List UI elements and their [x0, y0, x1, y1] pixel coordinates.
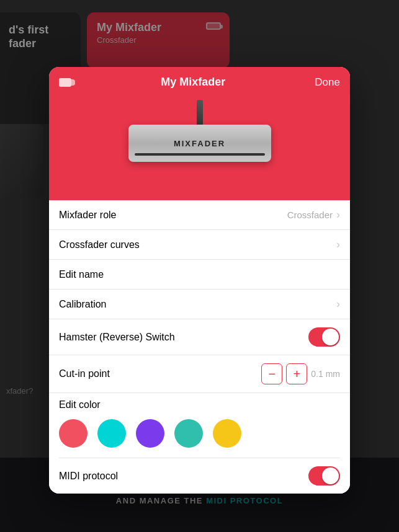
modal-body: Mixfader role Crossfader › Crossfader cu… [49, 200, 350, 494]
antenna [197, 100, 203, 126]
mixfader-role-row[interactable]: Mixfader role Crossfader › [49, 200, 350, 230]
color-dot-yellow[interactable] [213, 419, 241, 448]
calibration-chevron: › [336, 298, 340, 311]
cut-in-increment-button[interactable]: + [286, 363, 307, 384]
crossfader-curves-right: › [336, 238, 340, 251]
fader-label: MIXFADER [174, 139, 225, 148]
mixfader-role-label: Mixfader role [59, 210, 116, 221]
hamster-switch-label: Hamster (Reverse) Switch [59, 332, 175, 343]
cut-in-controls: − + 0.1 mm [261, 363, 340, 384]
calibration-right: › [336, 298, 340, 311]
color-dot-cyan[interactable] [97, 419, 126, 448]
edit-name-label: Edit name [59, 269, 104, 280]
cut-in-point-label: Cut-in point [59, 368, 110, 379]
fader-bar [135, 153, 265, 156]
hamster-switch-row: Hamster (Reverse) Switch [49, 319, 350, 355]
device-illustration: MIXFADER [49, 94, 350, 162]
mixfader-role-right: Crossfader › [287, 208, 340, 221]
modal-dialog: My Mixfader Done MIXFADER Mixfader role … [49, 67, 350, 494]
color-dots [59, 419, 340, 448]
done-button[interactable]: Done [315, 76, 340, 89]
color-section: Edit color [49, 393, 350, 458]
modal-title: My Mixfader [161, 76, 225, 89]
cut-in-decrement-button[interactable]: − [261, 363, 282, 384]
calibration-label: Calibration [59, 299, 106, 310]
mixfader-role-chevron: › [336, 208, 340, 221]
midi-protocol-toggle[interactable] [308, 466, 340, 485]
camera-icon [59, 78, 71, 87]
mixfader-role-value: Crossfader [287, 210, 333, 220]
cut-in-value: 0.1 mm [311, 369, 340, 379]
crossfader-curves-label: Crossfader curves [59, 239, 140, 250]
crossfader-curves-row[interactable]: Crossfader curves › [49, 230, 350, 260]
midi-protocol-row: MIDI protocol [49, 458, 350, 494]
color-dot-red[interactable] [59, 419, 87, 448]
midi-toggle-knob [322, 468, 339, 484]
hamster-switch-toggle[interactable] [308, 327, 340, 347]
fader-body: MIXFADER [128, 125, 271, 162]
color-dot-purple[interactable] [136, 419, 164, 448]
crossfader-curves-chevron: › [336, 238, 340, 251]
calibration-row[interactable]: Calibration › [49, 290, 350, 319]
modal-header-bar: My Mixfader Done [49, 67, 350, 94]
modal-header: My Mixfader Done MIXFADER [49, 67, 350, 200]
cut-in-point-row: Cut-in point − + 0.1 mm [49, 355, 350, 393]
color-dot-teal[interactable] [174, 419, 203, 448]
edit-color-label: Edit color [59, 399, 340, 410]
midi-protocol-label: MIDI protocol [59, 471, 118, 482]
hamster-toggle-knob [322, 329, 339, 345]
edit-name-row[interactable]: Edit name [49, 260, 350, 290]
